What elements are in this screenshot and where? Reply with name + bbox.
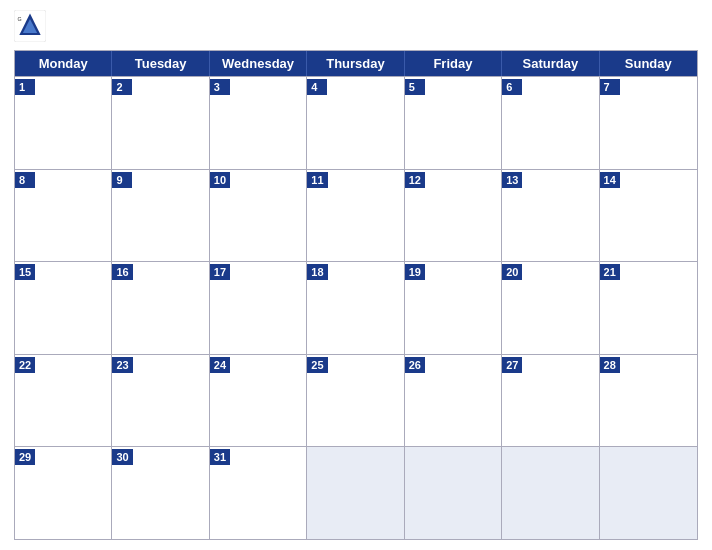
day-header-tuesday: Tuesday [112,51,209,76]
header: G [14,10,698,42]
date-number: 30 [112,449,132,465]
days-header: MondayTuesdayWednesdayThursdayFridaySatu… [15,51,697,76]
date-number: 29 [15,449,35,465]
day-header-thursday: Thursday [307,51,404,76]
calendar-cell: 11 [307,170,404,262]
calendar-cell: 21 [600,262,697,354]
calendar-cell: 14 [600,170,697,262]
date-number: 3 [210,79,230,95]
date-number: 5 [405,79,425,95]
week-row-5: 293031 [15,446,697,539]
calendar-cell: 8 [15,170,112,262]
calendar-cell: 2 [112,77,209,169]
calendar-cell: 17 [210,262,307,354]
calendar-page: G MondayTuesdayWednesdayThursdayFridaySa… [0,0,712,550]
date-number: 7 [600,79,620,95]
calendar-cell: 25 [307,355,404,447]
calendar-cell: 28 [600,355,697,447]
day-header-saturday: Saturday [502,51,599,76]
date-number: 13 [502,172,522,188]
calendar-cell: 29 [15,447,112,539]
date-number: 21 [600,264,620,280]
calendar-cell: 5 [405,77,502,169]
date-number: 17 [210,264,230,280]
week-row-2: 891011121314 [15,169,697,262]
calendar-cell: 1 [15,77,112,169]
svg-text:G: G [18,16,22,22]
calendar-cell [600,447,697,539]
day-header-sunday: Sunday [600,51,697,76]
week-row-1: 1234567 [15,76,697,169]
date-number: 25 [307,357,327,373]
date-number: 11 [307,172,327,188]
date-number: 4 [307,79,327,95]
calendar-cell: 30 [112,447,209,539]
date-number: 20 [502,264,522,280]
calendar-cell: 3 [210,77,307,169]
calendar-cell [502,447,599,539]
date-number: 28 [600,357,620,373]
date-number: 14 [600,172,620,188]
date-number: 26 [405,357,425,373]
week-row-3: 15161718192021 [15,261,697,354]
day-header-wednesday: Wednesday [210,51,307,76]
calendar-cell: 10 [210,170,307,262]
calendar-cell: 27 [502,355,599,447]
week-row-4: 22232425262728 [15,354,697,447]
date-number: 23 [112,357,132,373]
date-number: 19 [405,264,425,280]
calendar-cell: 13 [502,170,599,262]
weeks-container: 1234567891011121314151617181920212223242… [15,76,697,539]
calendar-cell: 31 [210,447,307,539]
calendar-cell: 16 [112,262,209,354]
logo: G [14,10,50,42]
day-header-monday: Monday [15,51,112,76]
date-number: 18 [307,264,327,280]
date-number: 16 [112,264,132,280]
date-number: 12 [405,172,425,188]
date-number: 9 [112,172,132,188]
calendar-cell: 6 [502,77,599,169]
date-number: 10 [210,172,230,188]
date-number: 31 [210,449,230,465]
date-number: 22 [15,357,35,373]
date-number: 8 [15,172,35,188]
calendar-grid: MondayTuesdayWednesdayThursdayFridaySatu… [14,50,698,540]
calendar-cell: 20 [502,262,599,354]
calendar-cell: 15 [15,262,112,354]
date-number: 1 [15,79,35,95]
calendar-cell [405,447,502,539]
calendar-cell: 24 [210,355,307,447]
calendar-cell: 26 [405,355,502,447]
calendar-cell: 4 [307,77,404,169]
day-header-friday: Friday [405,51,502,76]
date-number: 27 [502,357,522,373]
date-number: 6 [502,79,522,95]
date-number: 24 [210,357,230,373]
date-number: 2 [112,79,132,95]
calendar-cell: 9 [112,170,209,262]
calendar-cell: 18 [307,262,404,354]
calendar-cell: 22 [15,355,112,447]
calendar-cell: 7 [600,77,697,169]
calendar-cell: 19 [405,262,502,354]
date-number: 15 [15,264,35,280]
generalblue-logo-icon: G [14,10,46,42]
calendar-cell: 12 [405,170,502,262]
calendar-cell [307,447,404,539]
calendar-cell: 23 [112,355,209,447]
